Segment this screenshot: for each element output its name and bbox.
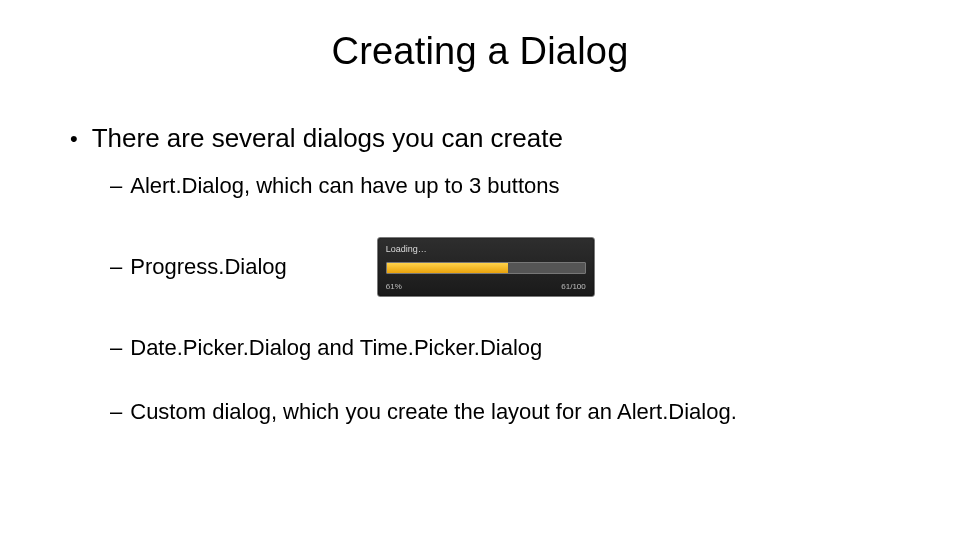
dash-icon: – bbox=[110, 335, 122, 361]
bullet-main: • There are several dialogs you can crea… bbox=[70, 123, 900, 155]
progress-track bbox=[386, 262, 586, 274]
dash-icon: – bbox=[110, 399, 122, 425]
bullet-dot-icon: • bbox=[70, 123, 78, 155]
sub-bullet-alert: – Alert.Dialog, which can have up to 3 b… bbox=[110, 173, 900, 199]
sub-bullet-text: Date.Picker.Dialog and Time.Picker.Dialo… bbox=[130, 335, 542, 361]
dash-icon: – bbox=[110, 173, 122, 199]
slide-title: Creating a Dialog bbox=[0, 30, 960, 73]
progress-meta: 61% 61/100 bbox=[386, 282, 586, 291]
sub-bullet-text: Progress.Dialog bbox=[130, 254, 287, 280]
progress-fill bbox=[387, 263, 508, 273]
sub-bullet-datetime: – Date.Picker.Dialog and Time.Picker.Dia… bbox=[110, 335, 900, 361]
sub-bullet-text: Alert.Dialog, which can have up to 3 but… bbox=[130, 173, 559, 199]
sub-bullet-progress: – Progress.Dialog Loading… 61% 61/100 bbox=[110, 237, 900, 297]
progress-label: Loading… bbox=[386, 244, 586, 254]
sub-bullet-text: Custom dialog, which you create the layo… bbox=[130, 399, 737, 425]
progress-percent: 61% bbox=[386, 282, 402, 291]
slide-body: • There are several dialogs you can crea… bbox=[0, 123, 960, 425]
bullet-main-text: There are several dialogs you can create bbox=[92, 123, 563, 154]
progress-dialog-illustration: Loading… 61% 61/100 bbox=[377, 237, 595, 297]
sub-bullet-custom: – Custom dialog, which you create the la… bbox=[110, 399, 900, 425]
dash-icon: – bbox=[110, 254, 122, 280]
progress-count: 61/100 bbox=[561, 282, 585, 291]
slide: Creating a Dialog • There are several di… bbox=[0, 30, 960, 540]
